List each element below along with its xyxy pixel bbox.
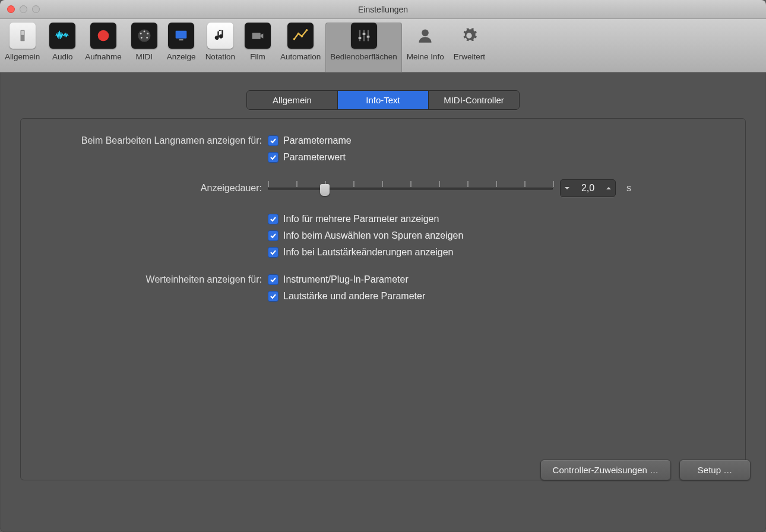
- checkbox-volume-change[interactable]: [268, 247, 278, 258]
- check-label: Lautstärke und andere Parameter: [283, 291, 425, 302]
- duration-value[interactable]: 2,0: [574, 183, 602, 194]
- settings-panel: Beim Bearbeiten Langnamen anzeigen für: …: [20, 118, 746, 480]
- person-icon: [412, 23, 438, 49]
- svg-point-14: [301, 35, 303, 37]
- window-title: Einstellungen: [0, 5, 766, 14]
- sub-tabs: Allgemein Info-Text MIDI-Controller: [246, 90, 520, 110]
- waveform-icon: [49, 23, 75, 49]
- check-label: Info bei Lautstärkeänderungen anzeigen: [283, 247, 453, 258]
- content-area: Allgemein Info-Text MIDI-Controller Beim…: [0, 72, 766, 492]
- toolbar-label: MIDI: [136, 52, 153, 61]
- toolbar-label: Allgemein: [5, 52, 40, 61]
- toolbar-label: Notation: [205, 52, 235, 61]
- checkbox-instrument-plugin[interactable]: [268, 274, 278, 285]
- toolbar-label: Aufnahme: [85, 52, 122, 61]
- svg-rect-10: [179, 39, 183, 40]
- checkbox-track-select[interactable]: [268, 230, 278, 241]
- svg-rect-11: [252, 33, 261, 39]
- tab-midi-controller[interactable]: MIDI-Controller: [429, 91, 519, 109]
- camera-icon: [245, 23, 271, 49]
- svg-rect-19: [358, 37, 361, 39]
- toolbar-item-anzeige[interactable]: Anzeige: [162, 23, 201, 72]
- record-icon: [90, 23, 116, 49]
- svg-rect-9: [176, 31, 187, 39]
- toolbar-label: Anzeige: [167, 52, 196, 61]
- toolbar-item-bedienoberflaechen[interactable]: Bedienoberflächen: [325, 23, 402, 72]
- toolbar-item-audio[interactable]: Audio: [45, 23, 80, 72]
- toolbar-label: Audio: [52, 52, 73, 61]
- switch-icon: [10, 23, 36, 49]
- tab-allgemein[interactable]: Allgemein: [247, 91, 338, 109]
- stepper-up[interactable]: [602, 180, 615, 197]
- toolbar-item-midi[interactable]: MIDI: [126, 23, 162, 72]
- duration-label: Anzeigedauer:: [39, 183, 268, 194]
- toolbar-label: Bedienoberflächen: [330, 52, 397, 61]
- svg-point-13: [297, 33, 300, 35]
- toolbar-label: Meine Info: [407, 52, 444, 61]
- svg-point-22: [422, 30, 429, 37]
- duration-unit: s: [626, 183, 631, 194]
- svg-point-6: [147, 33, 148, 34]
- check-label: Parametername: [283, 135, 352, 146]
- longname-label: Beim Bearbeiten Langnamen anzeigen für:: [39, 135, 268, 146]
- titlebar: Einstellungen: [0, 0, 766, 19]
- midi-icon: [131, 23, 157, 49]
- checkbox-parameterwert[interactable]: [268, 152, 278, 163]
- svg-point-15: [306, 29, 308, 31]
- checkbox-multiple-params[interactable]: [268, 214, 278, 224]
- svg-point-7: [141, 37, 143, 39]
- toolbar-item-notation[interactable]: Notation: [201, 23, 240, 72]
- check-label: Info beim Auswählen von Spuren anzeigen: [283, 230, 463, 241]
- toolbar-item-erweitert[interactable]: Erweitert: [449, 23, 490, 72]
- toolbar-item-aufnahme[interactable]: Aufnahme: [80, 23, 126, 72]
- duration-slider[interactable]: [268, 181, 553, 195]
- svg-rect-16: [359, 30, 360, 42]
- toolbar-item-automation[interactable]: Automation: [276, 23, 325, 72]
- toolbar-item-film[interactable]: Film: [240, 23, 276, 72]
- toolbar-label: Automation: [280, 52, 321, 61]
- svg-point-12: [293, 38, 296, 40]
- svg-rect-20: [362, 33, 365, 35]
- tab-info-text[interactable]: Info-Text: [338, 91, 429, 109]
- svg-point-5: [140, 33, 142, 34]
- check-label: Instrument/Plug-In-Parameter: [283, 274, 409, 285]
- svg-rect-1: [21, 31, 24, 35]
- svg-point-2: [98, 30, 109, 42]
- gear-icon: [456, 23, 482, 49]
- toolbar: Allgemein Audio Aufnahme MIDI Anzeige: [0, 19, 766, 72]
- check-label: Info für mehrere Parameter anzeigen: [283, 214, 439, 224]
- automation-icon: [287, 23, 314, 49]
- checkbox-volume-other[interactable]: [268, 291, 278, 302]
- units-label: Werteinheiten anzeigen für:: [39, 274, 268, 285]
- svg-point-4: [143, 31, 145, 33]
- stepper-down[interactable]: [561, 180, 574, 197]
- toolbar-label: Erweitert: [454, 52, 485, 61]
- toolbar-label: Film: [250, 52, 265, 61]
- svg-point-8: [146, 37, 148, 39]
- toolbar-item-allgemein[interactable]: Allgemein: [0, 23, 45, 72]
- setup-button[interactable]: Setup …: [679, 460, 751, 480]
- svg-rect-21: [366, 36, 369, 38]
- faders-icon: [351, 23, 377, 49]
- svg-rect-17: [363, 30, 364, 42]
- display-icon: [168, 23, 194, 49]
- duration-stepper: 2,0: [560, 179, 616, 197]
- controller-assignments-button[interactable]: Controller-Zuweisungen …: [540, 460, 671, 480]
- notation-icon: [207, 23, 233, 49]
- check-label: Parameterwert: [283, 152, 346, 163]
- toolbar-item-meine-info[interactable]: Meine Info: [402, 23, 449, 72]
- bottom-buttons: Controller-Zuweisungen … Setup …: [540, 460, 751, 480]
- preferences-window: Einstellungen Allgemein Audio Aufnahme M…: [0, 0, 766, 532]
- checkbox-parametername[interactable]: [268, 135, 278, 146]
